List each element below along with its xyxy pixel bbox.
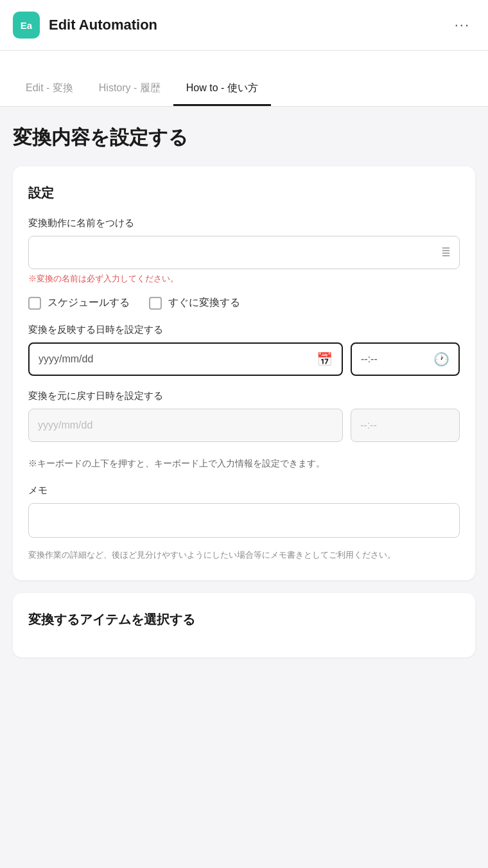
schedule-checkbox-item[interactable]: スケジュールする	[28, 296, 130, 310]
memo-hint: 変換作業の詳細など、後ほど見分けやすいようにしたい場合等にメモ書きとしてご利用く…	[28, 548, 460, 562]
items-card: 変換するアイテムを選択する	[13, 593, 475, 657]
immediate-checkbox[interactable]	[149, 297, 162, 310]
revert-time-placeholder: --:--	[360, 420, 377, 431]
more-button[interactable]: ···	[449, 14, 475, 36]
settings-card-title: 設定	[28, 184, 460, 202]
schedule-label: スケジュールする	[48, 296, 130, 310]
apply-date-placeholder: yyyy/mm/dd	[39, 353, 93, 365]
tab-history[interactable]: History - 履歴	[86, 73, 173, 106]
tab-edit[interactable]: Edit - 変換	[13, 73, 86, 106]
name-input[interactable]	[28, 236, 460, 269]
main-content: 変換内容を設定する 設定 変換動作に名前をつける ≣ ※変換の名前は必ず入力して…	[0, 107, 488, 688]
memo-label: メモ	[28, 484, 460, 497]
name-hint: ※変換の名前は必ず入力してください。	[28, 273, 460, 285]
immediate-checkbox-item[interactable]: すぐに変換する	[149, 296, 240, 310]
clock-icon: 🕐	[433, 351, 449, 367]
apply-time-field[interactable]: --:-- 🕐	[351, 342, 460, 376]
keyboard-hint: ※キーボードの上下を押すと、キーボード上で入力情報を設定できます。	[28, 456, 460, 470]
name-input-wrapper: ≣	[28, 236, 460, 269]
calendar-icon: 📅	[317, 351, 333, 367]
date-apply-label: 変換を反映する日時を設定する	[28, 324, 460, 336]
immediate-label: すぐに変換する	[168, 296, 240, 310]
memo-input[interactable]	[28, 503, 460, 538]
revert-date-field[interactable]: yyyy/mm/dd	[28, 409, 343, 442]
header-left: Ea Edit Automation	[13, 12, 157, 39]
schedule-checkbox[interactable]	[28, 297, 41, 310]
name-label: 変換動作に名前をつける	[28, 217, 460, 229]
page-title: 変換内容を設定する	[13, 125, 475, 151]
app-logo: Ea	[13, 12, 40, 39]
app-title: Edit Automation	[49, 17, 157, 33]
revert-datetime-row: yyyy/mm/dd --:--	[28, 409, 460, 442]
apply-datetime-row: yyyy/mm/dd 📅 --:-- 🕐	[28, 342, 460, 376]
checkbox-row: スケジュールする すぐに変換する	[28, 296, 460, 310]
header: Ea Edit Automation ···	[0, 0, 488, 51]
tabs: Edit - 変換 History - 履歴 How to - 使い方	[0, 51, 488, 107]
apply-date-field[interactable]: yyyy/mm/dd 📅	[28, 342, 343, 376]
revert-time-field[interactable]: --:--	[351, 409, 460, 442]
revert-date-placeholder: yyyy/mm/dd	[38, 420, 92, 431]
date-revert-label: 変換を元に戻す日時を設定する	[28, 390, 460, 402]
settings-card: 設定 変換動作に名前をつける ≣ ※変換の名前は必ず入力してください。 スケジュ…	[13, 166, 475, 580]
tab-howto[interactable]: How to - 使い方	[173, 73, 271, 106]
items-card-title: 変換するアイテムを選択する	[28, 611, 460, 628]
apply-time-placeholder: --:--	[361, 353, 378, 365]
